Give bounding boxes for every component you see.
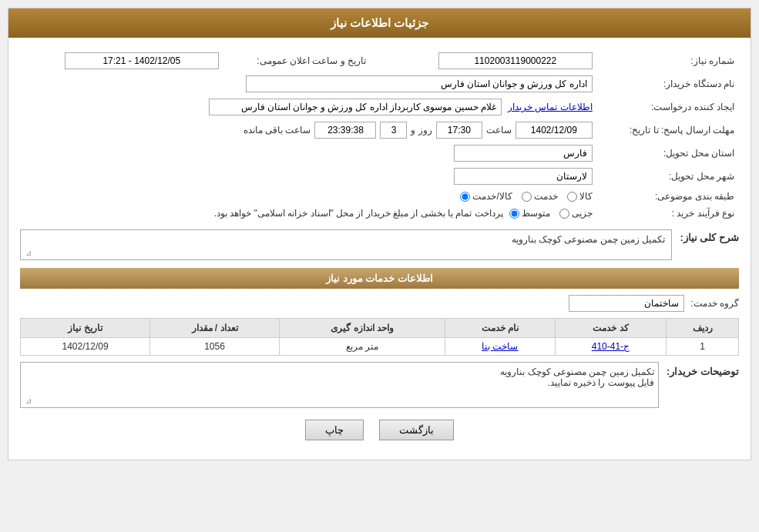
buyer-desc-wrapper: تکمیل زمین چمن مصنوعی کوچک بنارویه فایل …	[20, 362, 659, 408]
buyer-desc-line2: فایل پیوست را ذخیره نمایید.	[500, 377, 654, 388]
need-description-label: شرح کلی نیاز:	[680, 229, 739, 243]
col-need-date: تاریخ نیاز	[21, 319, 150, 338]
services-header-row: ردیف کد خدمت نام خدمت واحد اندازه گیری ت…	[21, 319, 739, 338]
table-row: طبقه بندی موضوعی: کالا خدمت	[20, 188, 739, 205]
remaining-label: ساعت باقی مانده	[243, 125, 311, 136]
value-delivery-province	[20, 142, 597, 165]
cell-row-num: 1	[667, 338, 739, 356]
buyer-description-box[interactable]: تکمیل زمین چمن مصنوعی کوچک بنارویه فایل …	[20, 362, 659, 408]
requester-input[interactable]	[209, 99, 502, 115]
services-section-header: اطلاعات خدمات مورد نیاز	[20, 268, 739, 289]
back-button[interactable]: بازگشت	[379, 420, 454, 440]
services-table: ردیف کد خدمت نام خدمت واحد اندازه گیری ت…	[20, 318, 739, 356]
radio-jozi[interactable]	[559, 209, 569, 219]
buyer-desc-line1: تکمیل زمین چمن مصنوعی کوچک بنارویه	[500, 366, 654, 377]
resize-handle-icon[interactable]: ⊿	[22, 249, 32, 258]
value-deadline: ساعت روز و ساعت باقی مانده	[20, 119, 597, 142]
table-row: نوع فرآیند خرید : جزیی متوسط	[20, 205, 739, 222]
table-row: شماره نیاز: تاریخ و ساعت اعلان عمومی:	[20, 49, 739, 72]
group-row: گروه خدمت:	[20, 295, 739, 312]
radio-motevaset[interactable]	[509, 209, 519, 219]
cell-need-date: 1402/12/09	[21, 338, 150, 356]
value-delivery-city	[20, 165, 597, 188]
radio-khedmat[interactable]	[522, 192, 532, 202]
radio-kala[interactable]	[567, 192, 577, 202]
table-row: ایجاد کننده درخواست: اطلاعات تماس خریدار	[20, 95, 739, 119]
radio-kala-khedmat[interactable]	[460, 192, 470, 202]
value-process-type: جزیی متوسط پرداخت تمام یا بخشی از مبلغ خ…	[20, 205, 597, 222]
category-radio-khedmat[interactable]: خدمت	[522, 191, 558, 202]
label-requester: ایجاد کننده درخواست:	[597, 95, 739, 119]
process-radio-motevaset[interactable]: متوسط	[509, 208, 550, 219]
delivery-city-input[interactable]	[454, 168, 593, 185]
announce-datetime-input[interactable]	[65, 52, 219, 69]
main-container: جزئیات اطلاعات نیاز شماره نیاز: تاریخ و …	[8, 8, 751, 460]
category-radio-group: کالا خدمت کالا/خدمت	[460, 191, 592, 202]
buyer-desc-section: توضیحات خریدار: تکمیل زمین چمن مصنوعی کو…	[20, 362, 739, 408]
resize-handle-icon-2[interactable]: ⊿	[22, 396, 32, 406]
button-row: چاپ بازگشت	[20, 420, 739, 440]
col-unit: واحد اندازه گیری	[279, 319, 445, 338]
label-delivery-province: استان محل تحویل:	[597, 142, 739, 165]
value-buyer-org	[20, 72, 597, 95]
time-label: ساعت	[486, 125, 512, 136]
process-description-text: پرداخت تمام یا بخشی از مبلغ خریدار از مح…	[214, 208, 503, 219]
buyer-org-input[interactable]	[246, 75, 593, 92]
services-table-body: 1 ج-41-410 ساخت بنا متر مربع 1056 1402/1…	[21, 338, 739, 356]
label-deadline: مهلت ارسال پاسخ: تا تاریخ:	[597, 119, 739, 142]
col-quantity: تعداد / مقدار	[150, 319, 280, 338]
need-description-box[interactable]: تکمیل زمین چمن مصنوعی کوچک بنارویه ⊿	[20, 229, 672, 260]
group-value-input[interactable]	[569, 295, 684, 312]
label-announce-datetime: تاریخ و ساعت اعلان عمومی:	[223, 49, 371, 72]
table-row: نام دستگاه خریدار:	[20, 72, 739, 95]
requester-contact-link[interactable]: اطلاعات تماس خریدار	[508, 102, 593, 112]
services-section-title: اطلاعات خدمات مورد نیاز	[326, 273, 433, 284]
need-number-input[interactable]	[438, 52, 593, 69]
value-requester: اطلاعات تماس خریدار	[20, 95, 597, 119]
content-area: شماره نیاز: تاریخ و ساعت اعلان عمومی: نا…	[8, 38, 751, 460]
table-row: استان محل تحویل:	[20, 142, 739, 165]
deadline-date-input[interactable]	[516, 122, 593, 139]
page-header: جزئیات اطلاعات نیاز	[8, 8, 751, 38]
cell-quantity: 1056	[150, 338, 280, 356]
buyer-desc-label: توضیحات خریدار:	[667, 362, 739, 377]
page-title: جزئیات اطلاعات نیاز	[331, 16, 428, 29]
print-button[interactable]: چاپ	[305, 420, 364, 440]
label-process-type: نوع فرآیند خرید :	[597, 205, 739, 222]
value-need-number	[394, 49, 597, 72]
info-table: شماره نیاز: تاریخ و ساعت اعلان عمومی: نا…	[20, 49, 739, 222]
cell-unit: متر مربع	[279, 338, 445, 356]
process-radio-group: جزیی متوسط	[509, 208, 593, 219]
delivery-province-input[interactable]	[454, 145, 593, 162]
deadline-days-input[interactable]	[380, 122, 407, 139]
label-delivery-city: شهر محل تحویل:	[597, 165, 739, 188]
label-need-number: شماره نیاز:	[597, 49, 739, 72]
cell-service-code[interactable]: ج-41-410	[555, 338, 667, 356]
table-row: شهر محل تحویل:	[20, 165, 739, 188]
group-label: گروه خدمت:	[690, 298, 739, 309]
process-radio-jozi[interactable]: جزیی	[559, 208, 593, 219]
category-radio-kala-khedmat[interactable]: کالا/خدمت	[460, 191, 512, 202]
label-buyer-org: نام دستگاه خریدار:	[597, 72, 739, 95]
col-service-code: کد خدمت	[555, 319, 667, 338]
category-radio-kala[interactable]: کالا	[567, 191, 593, 202]
cell-service-name[interactable]: ساخت بنا	[445, 338, 555, 356]
col-row-num: ردیف	[667, 319, 739, 338]
value-category: کالا خدمت کالا/خدمت	[20, 188, 597, 205]
need-description-text: تکمیل زمین چمن مصنوعی کوچک بنارویه	[512, 234, 666, 245]
table-row: 1 ج-41-410 ساخت بنا متر مربع 1056 1402/1…	[21, 338, 739, 356]
need-description-section: شرح کلی نیاز: تکمیل زمین چمن مصنوعی کوچک…	[20, 229, 739, 260]
page-wrapper: جزئیات اطلاعات نیاز شماره نیاز: تاریخ و …	[0, 0, 759, 468]
buyer-desc-text: تکمیل زمین چمن مصنوعی کوچک بنارویه فایل …	[500, 366, 654, 388]
need-desc-row: شرح کلی نیاز: تکمیل زمین چمن مصنوعی کوچک…	[20, 229, 739, 260]
col-service-name: نام خدمت	[445, 319, 555, 338]
table-row: مهلت ارسال پاسخ: تا تاریخ: ساعت روز و سا…	[20, 119, 739, 142]
deadline-remaining-input[interactable]	[314, 122, 376, 139]
days-label: روز و	[411, 125, 432, 136]
services-table-head: ردیف کد خدمت نام خدمت واحد اندازه گیری ت…	[21, 319, 739, 338]
value-announce-datetime	[20, 49, 223, 72]
deadline-time-input[interactable]	[436, 122, 482, 139]
label-category: طبقه بندی موضوعی:	[597, 188, 739, 205]
